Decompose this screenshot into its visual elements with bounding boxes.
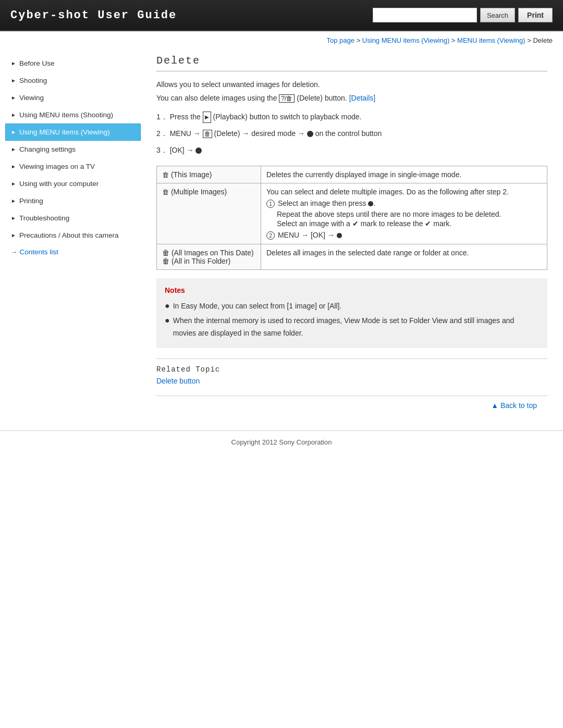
- delete-icon-inline: ?/🗑: [279, 94, 295, 103]
- arrow-icon: ►: [11, 146, 16, 152]
- step-text-post: (Playback) button to switch to playback …: [213, 113, 362, 121]
- circle-num-2: 2: [266, 231, 275, 240]
- step-text: [OK] →: [170, 146, 196, 154]
- bullet-multi-2: [337, 233, 342, 238]
- main-layout: ► Before Use ► Shooting ► Viewing ► Usin…: [0, 50, 563, 425]
- table-label-text-1: (This Image): [171, 170, 212, 179]
- step-text-2: (Delete) → desired mode →: [214, 129, 307, 138]
- arrow-icon: ►: [11, 164, 16, 169]
- desc-text2-mid: (Delete) button.: [297, 94, 349, 102]
- step-num: 1．: [156, 113, 168, 121]
- step-text: MENU →: [170, 129, 203, 138]
- main-content: Delete Allows you to select unwanted ima…: [141, 50, 558, 425]
- header-controls: Search Print: [373, 8, 563, 22]
- print-button[interactable]: Print: [518, 8, 553, 22]
- steps-list: 1． Press the ▶ (Playback) button to swit…: [156, 109, 547, 157]
- circle-num-1: 1: [266, 200, 275, 208]
- sidebar-label: Changing settings: [19, 145, 76, 153]
- sidebar-item-viewing[interactable]: ► Viewing: [5, 89, 141, 106]
- multi-desc-2: 1 Select an image then press .: [266, 199, 542, 208]
- breadcrumb-current: Delete: [533, 36, 553, 44]
- notes-box: Notes ● In Easy Mode, you can select fro…: [156, 278, 547, 348]
- note-item-1: ● In Easy Mode, you can select from [1 i…: [165, 300, 539, 313]
- sidebar-item-shooting[interactable]: ► Shooting: [5, 72, 141, 89]
- sidebar-item-before-use[interactable]: ► Before Use: [5, 55, 141, 72]
- table-label-3b: 🗑 (All in This Folder): [162, 257, 255, 265]
- sidebar-label: Viewing images on a TV: [19, 163, 95, 170]
- details-link[interactable]: [Details]: [349, 94, 376, 102]
- search-input[interactable]: [373, 8, 477, 22]
- multi-desc-4: Select an image with a ✔ mark to release…: [277, 219, 542, 228]
- table-cell-desc-3: Deletes all images in the selected date …: [261, 244, 547, 270]
- table-cell-desc-2: You can select and delete multiple image…: [261, 183, 547, 244]
- related-title: Related Topic: [156, 365, 547, 374]
- sidebar-label: Viewing: [19, 94, 44, 102]
- sidebar-item-menu-shooting[interactable]: ► Using MENU items (Shooting): [5, 106, 141, 124]
- delete-icon-t1: 🗑: [162, 171, 169, 179]
- back-to-top-link[interactable]: Back to top: [491, 401, 537, 410]
- arrow-icon: ►: [11, 232, 16, 238]
- bullet-icon-2: ●: [165, 315, 170, 326]
- delete-icon-2: 🗑: [203, 130, 212, 138]
- arrow-icon: ►: [11, 129, 16, 135]
- back-to-top-bar: Back to top: [156, 396, 547, 415]
- sidebar: ► Before Use ► Shooting ► Viewing ► Usin…: [5, 50, 141, 425]
- contents-list-link[interactable]: → Contents list: [5, 244, 141, 260]
- arrow-icon: ►: [11, 198, 16, 204]
- step-text-pre: Press the: [170, 113, 203, 121]
- arrow-icon: ►: [11, 215, 16, 221]
- sidebar-label: Using MENU items (Viewing): [19, 128, 110, 136]
- table-row: 🗑 (Multiple Images) You can select and d…: [157, 183, 547, 244]
- arrow-icon: ►: [11, 78, 16, 83]
- sidebar-item-precautions[interactable]: ► Precautions / About this camera: [5, 227, 141, 244]
- breadcrumb-menu-items[interactable]: MENU items (Viewing): [457, 36, 525, 44]
- delete-table: 🗑 (This Image) Deletes the currently dis…: [156, 166, 547, 270]
- step-num: 2．: [156, 129, 168, 138]
- table-desc-3: Deletes all images in the selected date …: [266, 249, 469, 257]
- arrow-icon: ►: [11, 95, 16, 101]
- table-cell-label-2: 🗑 (Multiple Images): [157, 183, 261, 244]
- delete-button-link[interactable]: Delete button: [156, 377, 200, 385]
- notes-title: Notes: [165, 285, 539, 297]
- arrow-icon: ►: [11, 112, 16, 118]
- circle-bullet-3: [195, 147, 202, 154]
- arrow-icon: ►: [11, 181, 16, 187]
- copyright-text: Copyright 2012 Sony Corporation: [231, 438, 332, 446]
- bullet-multi: [368, 201, 373, 206]
- desc-text1: Allows you to select unwanted images for…: [156, 80, 320, 89]
- sidebar-item-using-computer[interactable]: ► Using with your computer: [5, 175, 141, 192]
- sidebar-label: Using with your computer: [19, 180, 99, 188]
- breadcrumb-top[interactable]: Top page: [327, 36, 355, 44]
- sidebar-item-troubleshooting[interactable]: ► Troubleshooting: [5, 209, 141, 227]
- table-desc-1: Deletes the currently displayed image in…: [266, 170, 461, 179]
- note-text-1: In Easy Mode, you can select from [1 ima…: [173, 300, 342, 313]
- sidebar-label: Shooting: [19, 77, 47, 84]
- sidebar-item-viewing-tv[interactable]: ► Viewing images on a TV: [5, 158, 141, 175]
- table-cell-desc-1: Deletes the currently displayed image in…: [261, 166, 547, 183]
- table-row: 🗑 (All Images on This Date) 🗑 (All in Th…: [157, 244, 547, 270]
- search-button[interactable]: Search: [480, 8, 515, 22]
- arrow-right-icon: →: [10, 248, 18, 256]
- table-cell-label-1: 🗑 (This Image): [157, 166, 261, 183]
- related-section: Related Topic Delete button: [156, 359, 547, 385]
- step-text-3: on the control button: [315, 129, 382, 138]
- table-cell-label-3: 🗑 (All Images on This Date) 🗑 (All in Th…: [157, 244, 261, 270]
- step-3: 3． [OK] →: [156, 143, 547, 157]
- sidebar-item-menu-viewing[interactable]: ► Using MENU items (Viewing): [5, 124, 141, 141]
- delete-icon-t3b: 🗑: [162, 257, 169, 265]
- note-text-2: When the internal memory is used to reco…: [173, 315, 539, 340]
- step-2: 2． MENU → 🗑 (Delete) → desired mode → on…: [156, 126, 547, 141]
- multi-desc-1: You can select and delete multiple image…: [266, 188, 542, 196]
- sidebar-item-printing[interactable]: ► Printing: [5, 192, 141, 209]
- breadcrumb-menu-viewing[interactable]: Using MENU items (Viewing): [362, 36, 449, 44]
- multi-desc-3: Repeat the above steps until there are n…: [277, 210, 542, 218]
- playback-icon: ▶: [203, 112, 211, 123]
- table-label-3a: 🗑 (All Images on This Date): [162, 249, 255, 257]
- multi-desc-5: 2 MENU → [OK] →: [266, 231, 542, 240]
- note-item-2: ● When the internal memory is used to re…: [165, 315, 539, 340]
- delete-icon-t3a: 🗑: [162, 249, 169, 257]
- header: Cyber-shot User Guide Search Print: [0, 0, 563, 31]
- sidebar-item-changing-settings[interactable]: ► Changing settings: [5, 141, 141, 158]
- breadcrumb: Top page > Using MENU items (Viewing) > …: [0, 31, 563, 50]
- site-title: Cyber-shot User Guide: [0, 9, 187, 22]
